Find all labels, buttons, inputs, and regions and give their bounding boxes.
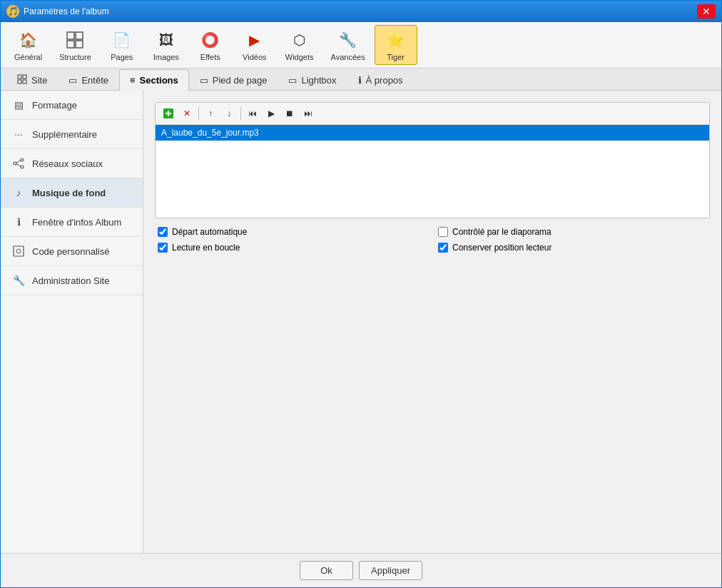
ok-button[interactable]: Ok: [300, 561, 353, 580]
toolbar: 🏠 Général Structure 📄 Pages 🖼 Images ⭕ E…: [1, 22, 721, 69]
svg-point-14: [16, 249, 21, 253]
toolbar-effets-label: Effets: [200, 53, 220, 61]
media-prev-button[interactable]: ⏮: [244, 106, 261, 121]
sidebar: ▤ Formatage ··· Supplémentaire Réseaux s…: [1, 91, 143, 553]
bottom-bar: Ok Appliquer: [1, 553, 721, 587]
toolbar-structure-button[interactable]: Structure: [51, 25, 99, 65]
depart-auto-input[interactable]: [158, 227, 168, 237]
toolbar-avances-button[interactable]: 🔧 Avancées: [323, 25, 373, 65]
tab-site[interactable]: Site: [6, 69, 58, 91]
lecture-boucle-input[interactable]: [158, 243, 168, 253]
svg-point-8: [14, 162, 16, 165]
sidebar-item-fenetre-infos[interactable]: ℹ Fenêtre d'infos Album: [1, 208, 143, 237]
main-panel: ✕ ↑ ↓ ⏮ ▶ ⏹ ⏭ A_laube_du_5e_jour.mp3: [143, 91, 721, 553]
toolbar-images-label: Images: [153, 53, 179, 61]
widgets-icon: ⬡: [288, 29, 311, 51]
media-sep-1: [198, 107, 199, 120]
media-remove-button[interactable]: ✕: [178, 106, 195, 121]
tab-entete[interactable]: ▭ Entête: [58, 69, 119, 91]
lecture-boucle-label: Lecture en boucle: [172, 243, 240, 253]
checkboxes-area: Départ automatique Contrôlé par le diapo…: [155, 218, 710, 261]
sidebar-item-fenetre-label: Fenêtre d'infos Album: [32, 217, 121, 228]
media-list[interactable]: A_laube_du_5e_jour.mp3: [156, 125, 709, 218]
avances-icon: 🔧: [337, 29, 360, 51]
media-down-button[interactable]: ↓: [220, 106, 238, 121]
conserver-position-input[interactable]: [438, 243, 448, 253]
images-icon: 🖼: [155, 29, 178, 51]
media-next-button[interactable]: ⏭: [300, 106, 317, 121]
sidebar-item-formatage-label: Formatage: [32, 100, 77, 111]
svg-rect-3: [76, 41, 83, 48]
media-up-button[interactable]: ↑: [202, 106, 219, 121]
svg-line-12: [16, 164, 21, 166]
administration-icon: 🔧: [12, 275, 25, 286]
tab-lightbox[interactable]: ▭ Lightbox: [278, 69, 347, 91]
sidebar-item-reseaux-label: Réseaux sociaux: [32, 158, 103, 169]
main-window: 🎵 Paramètres de l'album ✕ 🏠 Général Stru…: [0, 0, 722, 588]
effets-icon: ⭕: [199, 29, 222, 51]
conserver-position-label: Conserver position lecteur: [452, 243, 551, 253]
appliquer-button[interactable]: Appliquer: [359, 561, 422, 580]
sidebar-item-formatage[interactable]: ▤ Formatage: [1, 91, 143, 120]
media-sep-2: [240, 107, 241, 120]
tiger-icon: ⭐: [385, 29, 407, 51]
toolbar-widgets-label: Widgets: [285, 53, 314, 61]
lightbox-icon: ▭: [288, 75, 297, 86]
title-bar-icon: 🎵: [6, 5, 19, 18]
sidebar-item-administration[interactable]: 🔧 Administration Site: [1, 266, 143, 295]
toolbar-pages-label: Pages: [111, 53, 133, 61]
media-stop-button[interactable]: ⏹: [281, 106, 298, 121]
checkbox-depart-auto[interactable]: Départ automatique: [158, 227, 427, 237]
svg-rect-7: [23, 80, 26, 83]
toolbar-tiger-button[interactable]: ⭐ Tiger: [375, 25, 417, 65]
sidebar-item-supplementaire[interactable]: ··· Supplémentaire: [1, 120, 143, 149]
pied-icon: ▭: [200, 75, 208, 86]
tab-site-label: Site: [31, 75, 47, 86]
toolbar-avances-label: Avancées: [331, 53, 365, 61]
svg-line-11: [16, 161, 21, 163]
media-play-button[interactable]: ▶: [263, 106, 280, 121]
general-icon: 🏠: [17, 29, 40, 51]
sidebar-item-musique[interactable]: ♪ Musique de fond: [1, 178, 143, 208]
media-toolbar: ✕ ↑ ↓ ⏮ ▶ ⏹ ⏭: [156, 103, 709, 125]
checkbox-controle-diaporama[interactable]: Contrôlé par le diaporama: [438, 227, 707, 237]
tab-lightbox-label: Lightbox: [301, 75, 336, 86]
toolbar-pages-button[interactable]: 📄 Pages: [101, 25, 143, 65]
title-bar: 🎵 Paramètres de l'album ✕: [1, 1, 721, 22]
title-bar-text: Paramètres de l'album: [24, 6, 697, 16]
sidebar-item-administration-label: Administration Site: [32, 275, 109, 286]
top-tab-bar: Site ▭ Entête ≡ Sections ▭ Pied de page …: [1, 69, 721, 91]
toolbar-videos-button[interactable]: ▶ Vidéos: [233, 25, 276, 65]
svg-rect-4: [18, 75, 21, 78]
toolbar-effets-button[interactable]: ⭕ Effets: [189, 25, 232, 65]
videos-icon: ▶: [243, 29, 266, 51]
toolbar-videos-label: Vidéos: [243, 53, 266, 61]
sidebar-item-code-personnalise[interactable]: Code personnalisé: [1, 237, 143, 266]
tab-sections[interactable]: ≡ Sections: [119, 69, 189, 91]
sidebar-item-reseaux-sociaux[interactable]: Réseaux sociaux: [1, 149, 143, 178]
toolbar-widgets-button[interactable]: ⬡ Widgets: [278, 25, 322, 65]
svg-point-9: [21, 158, 24, 161]
musique-icon: ♪: [12, 187, 25, 198]
media-add-button[interactable]: [160, 106, 177, 121]
checkbox-lecture-boucle[interactable]: Lecture en boucle: [158, 243, 427, 253]
toolbar-images-button[interactable]: 🖼 Images: [145, 25, 188, 65]
reseaux-icon: [12, 158, 25, 169]
checkbox-conserver-position[interactable]: Conserver position lecteur: [438, 243, 707, 253]
structure-icon: [63, 29, 86, 51]
formatage-icon: ▤: [12, 99, 25, 111]
site-icon: [17, 74, 27, 86]
toolbar-structure-label: Structure: [59, 53, 91, 61]
media-list-item[interactable]: A_laube_du_5e_jour.mp3: [156, 125, 709, 141]
tab-sections-label: Sections: [140, 75, 178, 86]
close-button[interactable]: ✕: [697, 4, 716, 19]
controle-diaporama-input[interactable]: [438, 227, 448, 237]
tab-a-propos[interactable]: ℹ À propos: [347, 69, 414, 91]
supplementaire-icon: ···: [12, 128, 25, 140]
content-area: ▤ Formatage ··· Supplémentaire Réseaux s…: [1, 91, 721, 553]
sidebar-item-supplementaire-label: Supplémentaire: [32, 129, 97, 140]
toolbar-general-button[interactable]: 🏠 Général: [6, 25, 50, 65]
tab-pied-de-page[interactable]: ▭ Pied de page: [189, 69, 278, 91]
fenetre-icon: ℹ: [12, 216, 25, 228]
media-panel: ✕ ↑ ↓ ⏮ ▶ ⏹ ⏭ A_laube_du_5e_jour.mp3: [155, 102, 710, 218]
